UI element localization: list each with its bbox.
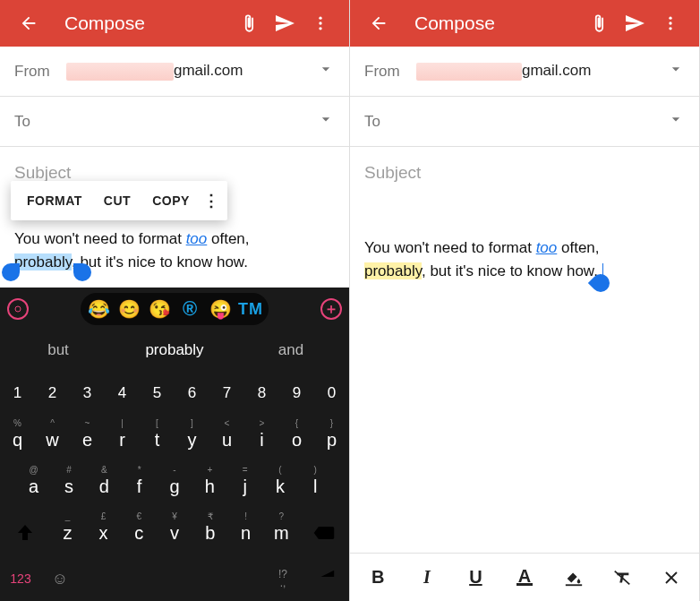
emoji-suggestion-row: 😂 😊 😘 ® 😜 TM ＋ <box>0 288 349 331</box>
context-menu-more-icon[interactable]: ⋮ <box>201 191 222 210</box>
from-label: From <box>364 63 416 81</box>
from-dropdown-icon[interactable] <box>317 60 335 82</box>
emoji-trademark[interactable]: TM <box>238 296 263 322</box>
attach-icon[interactable] <box>581 5 617 41</box>
underline-button[interactable]: U <box>457 560 493 596</box>
key-l[interactable]: )l <box>298 463 333 510</box>
key-y[interactable]: ]y <box>175 416 209 463</box>
key-q[interactable]: %q <box>0 416 35 463</box>
attach-icon[interactable] <box>231 5 267 41</box>
back-icon[interactable] <box>361 5 397 41</box>
formatted-word-too: too <box>536 239 558 256</box>
key-o[interactable]: {o <box>279 416 314 463</box>
text-color-button[interactable]: A <box>507 560 542 596</box>
enter-key[interactable] <box>303 567 349 590</box>
format-toolbar: B I U A <box>350 553 699 601</box>
selection-handle-end[interactable] <box>73 263 91 281</box>
from-field[interactable]: From gmail.com <box>350 47 699 97</box>
overflow-icon[interactable] <box>653 5 688 41</box>
key-h[interactable]: +h <box>192 463 227 510</box>
format-menu-item[interactable]: FORMAT <box>16 193 93 208</box>
subject-field[interactable]: Subject <box>350 147 699 201</box>
compose-body[interactable]: You won't need to format too often, prob… <box>350 228 699 283</box>
send-icon[interactable] <box>617 5 653 41</box>
key-f[interactable]: *f <box>122 463 157 510</box>
shift-key[interactable] <box>0 510 50 556</box>
emoji-kiss[interactable]: 😘 <box>147 296 172 322</box>
key-e[interactable]: ~e <box>70 416 105 463</box>
keyboard: 😂 😊 😘 ® 😜 TM ＋ but probably and 12345678… <box>0 288 349 601</box>
svg-point-1 <box>319 21 321 24</box>
key-z[interactable]: _z <box>50 510 86 556</box>
to-expand-icon[interactable] <box>317 110 335 133</box>
key-c[interactable]: €c <box>121 510 157 556</box>
key-0[interactable]: 0 <box>314 370 349 416</box>
key-k[interactable]: (k <box>262 463 297 510</box>
from-dropdown-icon[interactable] <box>667 60 685 82</box>
selection-handle-start[interactable] <box>2 263 20 281</box>
to-field[interactable]: To <box>350 97 699 147</box>
bold-button[interactable]: B <box>360 560 396 596</box>
key-m[interactable]: ?m <box>264 510 300 556</box>
key-u[interactable]: <u <box>209 416 244 463</box>
key-g[interactable]: -g <box>157 463 192 510</box>
emoji-smile[interactable]: 😊 <box>116 296 141 322</box>
key-n[interactable]: !n <box>228 510 264 556</box>
key-a[interactable]: @a <box>16 463 51 510</box>
appbar: Compose <box>0 0 349 47</box>
key-row-1: %q^w~e|r[t]y<u>i{o}p <box>0 416 349 463</box>
suggestion-left[interactable]: but <box>0 341 116 359</box>
emoji-add-icon[interactable]: ＋ <box>320 298 342 320</box>
appbar-title: Compose <box>64 13 231 34</box>
key-4[interactable]: 4 <box>105 370 140 416</box>
emoji-nav-left-icon[interactable] <box>7 298 29 320</box>
key-b[interactable]: ₹b <box>192 510 228 556</box>
overflow-icon[interactable] <box>303 5 338 41</box>
punctuation-key[interactable]: !? ., <box>263 570 303 588</box>
suggestion-center[interactable]: probably <box>116 341 233 359</box>
key-8[interactable]: 8 <box>244 370 279 416</box>
selected-text: probably <box>14 253 72 270</box>
fill-color-button[interactable] <box>556 560 592 596</box>
key-1[interactable]: 1 <box>0 370 35 416</box>
emoji-registered[interactable]: ® <box>177 296 202 322</box>
from-value: gmail.com <box>66 62 317 81</box>
key-r[interactable]: |r <box>105 416 140 463</box>
key-d[interactable]: &d <box>87 463 122 510</box>
italic-button[interactable]: I <box>409 560 445 596</box>
close-format-button[interactable] <box>653 560 689 596</box>
send-icon[interactable] <box>267 5 303 41</box>
compose-body[interactable]: You won't need to format too often, prob… <box>0 219 349 274</box>
key-s[interactable]: #s <box>51 463 86 510</box>
clear-format-button[interactable] <box>604 560 640 596</box>
key-i[interactable]: >i <box>244 416 279 463</box>
svg-point-5 <box>669 21 671 24</box>
emoji-wink[interactable]: 😜 <box>208 296 233 322</box>
cut-menu-item[interactable]: CUT <box>93 193 141 208</box>
back-icon[interactable] <box>11 5 47 41</box>
key-w[interactable]: ^w <box>35 416 70 463</box>
key-row-bottom: 123 ☺ !? ., <box>0 556 349 601</box>
to-expand-icon[interactable] <box>667 110 685 133</box>
key-p[interactable]: }p <box>314 416 349 463</box>
key-6[interactable]: 6 <box>175 370 209 416</box>
key-t[interactable]: [t <box>140 416 175 463</box>
key-j[interactable]: =j <box>227 463 262 510</box>
from-field[interactable]: From gmail.com <box>0 47 349 97</box>
key-5[interactable]: 5 <box>140 370 175 416</box>
key-9[interactable]: 9 <box>279 370 314 416</box>
emoji-toggle-key[interactable]: ☺ <box>41 570 79 588</box>
key-7[interactable]: 7 <box>209 370 244 416</box>
key-v[interactable]: ¥v <box>157 510 192 556</box>
emoji-joy[interactable]: 😂 <box>86 296 111 322</box>
suggestion-right[interactable]: and <box>233 341 349 359</box>
suggestion-row: but probably and <box>0 331 349 370</box>
key-x[interactable]: £x <box>86 510 122 556</box>
key-2[interactable]: 2 <box>35 370 70 416</box>
to-field[interactable]: To <box>0 97 349 147</box>
numeric-toggle-key[interactable]: 123 <box>0 571 41 586</box>
key-3[interactable]: 3 <box>70 370 105 416</box>
copy-menu-item[interactable]: COPY <box>141 193 201 208</box>
backspace-key[interactable] <box>299 510 349 556</box>
svg-point-3 <box>15 306 21 312</box>
